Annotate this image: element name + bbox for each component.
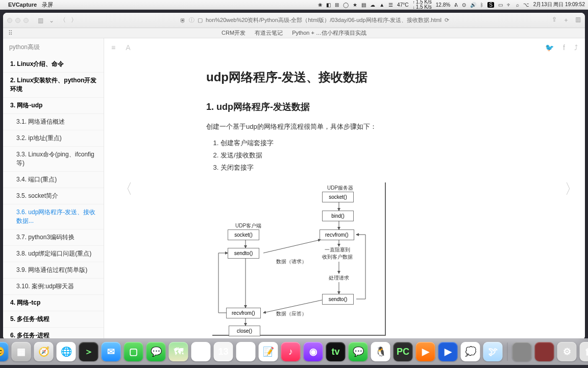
favorite-2[interactable]: 有道云笔记 <box>255 29 283 37</box>
status-s-icon[interactable]: S <box>487 2 494 8</box>
dock-app-app1[interactable]: ▶ <box>416 342 435 361</box>
address-bar[interactable]: ⛨ Ⓘ ▢ hon%20web%20资料/Python高级-全部（html版）/… <box>82 16 548 24</box>
status-icon-9[interactable]: ☰ <box>388 2 393 8</box>
dock-app-qq[interactable]: 🐧 <box>371 342 390 361</box>
search-icon[interactable]: ⌕ <box>516 2 519 8</box>
dock-app-terminal[interactable]: ＞ <box>79 342 99 361</box>
step-3: 关闭套接字 <box>220 163 524 172</box>
minimize-window-button[interactable] <box>15 18 20 23</box>
dock-app-launchpad[interactable]: ▦ <box>12 342 31 361</box>
favorites-grid-icon[interactable]: ⠿ <box>8 30 13 37</box>
article-main: ≡ A 🐦 f ⤴ 〈 〉 udp网络程序-发送、接收数据 1. udp网络程序… <box>104 38 585 340</box>
tabs-icon[interactable]: ▥ <box>575 16 581 25</box>
window-controls <box>7 18 29 23</box>
reload-icon[interactable]: ⟳ <box>445 17 449 24</box>
status-icon-8[interactable]: ▲ <box>379 2 384 8</box>
toc-item-14[interactable]: 5. 多任务-线程 <box>3 311 104 328</box>
back-button[interactable]: 〈 <box>59 16 66 25</box>
control-center-icon[interactable]: ⌥ <box>523 2 529 8</box>
dock-app-wechat[interactable]: 💬 <box>349 342 368 361</box>
new-tab-icon[interactable]: ＋ <box>563 16 569 25</box>
dock-app-safari[interactable]: 🧭 <box>34 342 54 361</box>
status-icon-4[interactable]: ◯ <box>343 2 349 8</box>
toc-item-10[interactable]: 3.8. udp绑定端口问题(重点) <box>3 246 104 262</box>
chevron-down-icon[interactable]: ⌄ <box>48 17 55 24</box>
dock-app-chat[interactable]: 💭 <box>461 342 480 361</box>
twitter-icon[interactable]: 🐦 <box>545 43 554 52</box>
sidebar-toggle-icon[interactable]: ▥ <box>37 17 44 24</box>
dock-app-mail[interactable]: ✉ <box>102 342 121 361</box>
clock[interactable]: 2月13日 周日 19:09:52 <box>533 1 585 8</box>
status-icon-7[interactable]: ☁ <box>370 2 375 8</box>
font-icon[interactable]: A <box>126 43 130 52</box>
dock-app-evcapture[interactable]: 🕊 <box>483 342 503 361</box>
macos-dock: 😊▦🧭🌐＞✉▢💬🗺✿13☰📝♪◉tv💬🐧PC▶▶💭🕊 ⚙🗑 <box>0 338 588 365</box>
battery-icon[interactable]: ▭ <box>498 2 503 8</box>
toc-item-6[interactable]: 3.4. 端口(重点) <box>3 172 104 188</box>
toc-item-13[interactable]: 4. 网络-tcp <box>3 295 104 311</box>
intro-paragraph: 创建一个基于udp的网络程序流程很简单，具体步骤如下： <box>206 122 524 131</box>
toc-item-4[interactable]: 3.2. ip地址(重点) <box>3 130 104 147</box>
volume-icon[interactable]: 🔊 <box>470 2 476 8</box>
dock-app-photos[interactable]: ✿ <box>191 342 211 361</box>
share-icon[interactable]: ⇪ <box>552 16 557 25</box>
status-icon-5[interactable]: ★ <box>353 2 357 8</box>
temperature: 47°C <box>397 2 408 8</box>
toc-item-11[interactable]: 3.9. 网络通信过程(简单版) <box>3 262 104 279</box>
status-icon-3[interactable]: ⊞ <box>335 2 339 8</box>
prev-page-button[interactable]: 〈 <box>118 179 133 199</box>
dock-app-podcasts[interactable]: ◉ <box>304 342 323 361</box>
dock-app-music[interactable]: ♪ <box>281 342 301 361</box>
dock-app-calendar[interactable]: 13 <box>214 342 233 361</box>
toc-item-3[interactable]: 3.1. 网络通信概述 <box>3 114 104 130</box>
dock-app-messages[interactable]: 💬 <box>146 342 166 361</box>
menubar-status: ❀ ◧ ⊞ ◯ ★ ▤ ☁ ▲ ☰ 47°C ↑ 1.5 K/s↓ 1.5 K/… <box>318 0 585 10</box>
menu-icon[interactable]: ≡ <box>111 43 115 52</box>
facebook-icon[interactable]: f <box>563 43 565 52</box>
doc-toolbar: ≡ A 🐦 f ⤴ <box>111 43 578 52</box>
dock-app-finder[interactable]: 😊 <box>0 342 9 361</box>
server-process-label: 处理请求 <box>329 274 349 282</box>
favorite-3[interactable]: Python + …信小程序项目实战 <box>292 29 366 37</box>
bluetooth-icon[interactable]: ᛒ <box>480 2 483 8</box>
toc-item-8[interactable]: 3.6. udp网络程序-发送、接收数据... <box>3 204 104 229</box>
toc-item-12[interactable]: 3.10. 案例:udp聊天器 <box>3 279 104 295</box>
dock-app-app2[interactable]: ▶ <box>438 342 458 361</box>
status-icon-2[interactable]: ◧ <box>326 2 331 8</box>
share-page-icon[interactable]: ⤴ <box>574 43 578 52</box>
menu-record[interactable]: 录屏 <box>42 1 53 9</box>
app-name[interactable]: EVCapture <box>8 2 37 8</box>
toc-item-7[interactable]: 3.5. socket简介 <box>3 188 104 204</box>
dock-app-reminders[interactable]: ☰ <box>236 342 256 361</box>
dock-app-notes[interactable]: 📝 <box>259 342 278 361</box>
next-page-button[interactable]: 〉 <box>565 179 579 199</box>
toc-item-5[interactable]: 3.3. Linux命令(ping、ifconfig等) <box>3 147 104 172</box>
dock-app-desktop2[interactable] <box>535 342 554 361</box>
favorite-1[interactable]: CRM开发 <box>222 29 246 37</box>
status-icon-6[interactable]: ▤ <box>361 2 366 8</box>
battery-percent: 12.8% <box>436 2 450 8</box>
url-text: hon%20web%20资料/Python高级-全部（html版）/03day/… <box>206 16 442 24</box>
forward-button[interactable]: 〉 <box>70 16 78 25</box>
dock-app-trash[interactable]: 🗑 <box>580 342 589 361</box>
dock-app-chrome[interactable]: 🌐 <box>57 342 76 361</box>
dock-app-tv[interactable]: tv <box>326 342 346 361</box>
wifi-icon[interactable]: ᯤ <box>507 2 512 8</box>
toc-item-9[interactable]: 3.7. python3编码转换 <box>3 229 104 246</box>
dock-app-facetime[interactable]: ▢ <box>124 342 143 361</box>
response-label: 数据（应答） <box>276 310 307 317</box>
close-window-button[interactable] <box>7 18 12 23</box>
dock-app-maps[interactable]: 🗺 <box>169 342 188 361</box>
dock-app-desktop1[interactable] <box>512 342 532 361</box>
client-close-box: close() <box>229 326 260 336</box>
toc-item-1[interactable]: 2. Linux安装软件、python开发环境 <box>3 73 104 98</box>
status-icon-1[interactable]: ❀ <box>318 2 322 8</box>
maximize-window-button[interactable] <box>23 18 29 23</box>
client-socket-box: socket() <box>228 229 259 240</box>
dock-app-settings[interactable]: ⚙ <box>557 342 577 361</box>
running-icon[interactable]: ᕕ <box>454 2 458 8</box>
toc-item-2[interactable]: 3. 网络-udp <box>3 98 104 114</box>
dock-app-pycharm[interactable]: PC <box>394 342 413 361</box>
status-circle-icon[interactable]: ⊙ <box>462 2 466 8</box>
toc-item-0[interactable]: 1. Linux介绍、命令 <box>3 56 104 73</box>
